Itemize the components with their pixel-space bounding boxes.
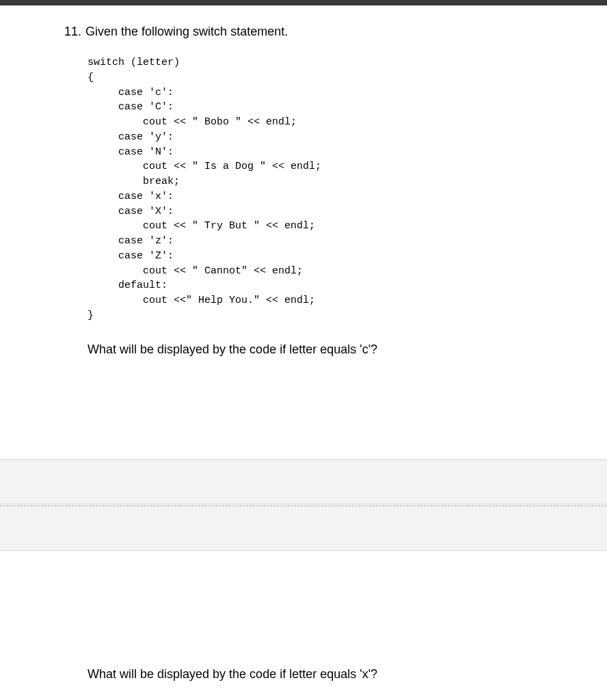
code-line: default:: [87, 280, 167, 291]
code-line: case 'Z':: [87, 250, 174, 262]
spacer: [0, 551, 607, 667]
question-number: 11.: [64, 25, 81, 39]
code-line: case 'C':: [87, 101, 174, 113]
code-line: cout << " Try But " << endl;: [87, 220, 315, 232]
code-line: case 'X':: [87, 206, 174, 217]
code-line: cout << " Is a Dog " << endl;: [87, 161, 321, 172]
code-line: }: [87, 310, 94, 321]
code-line: case 'c':: [87, 87, 174, 98]
code-line: case 'z':: [87, 235, 174, 247]
question-header: 11. Given the following switch statement…: [64, 25, 607, 39]
code-line: cout << " Cannot" << endl;: [87, 265, 303, 277]
content-area: 11. Given the following switch statement…: [0, 5, 607, 357]
code-line: switch (letter): [87, 57, 180, 68]
subquestion-1: What will be displayed by the code if le…: [87, 342, 607, 357]
answer-block-1: [0, 459, 607, 504]
answer-block-2: [0, 506, 607, 551]
code-line: cout << " Bobo " << endl;: [87, 116, 297, 128]
question-title: Given the following switch statement.: [85, 25, 288, 39]
code-block: switch (letter) { case 'c': case 'C': co…: [87, 55, 607, 323]
code-line: case 'y':: [87, 131, 174, 143]
code-line: {: [87, 72, 94, 83]
code-line: break;: [87, 176, 180, 187]
code-line: case 'x':: [87, 191, 174, 202]
code-line: cout <<" Help You." << endl;: [87, 295, 315, 306]
code-line: case 'N':: [87, 146, 174, 158]
top-bar: [0, 0, 607, 5]
subquestion-2: What will be displayed by the code if le…: [87, 667, 607, 682]
